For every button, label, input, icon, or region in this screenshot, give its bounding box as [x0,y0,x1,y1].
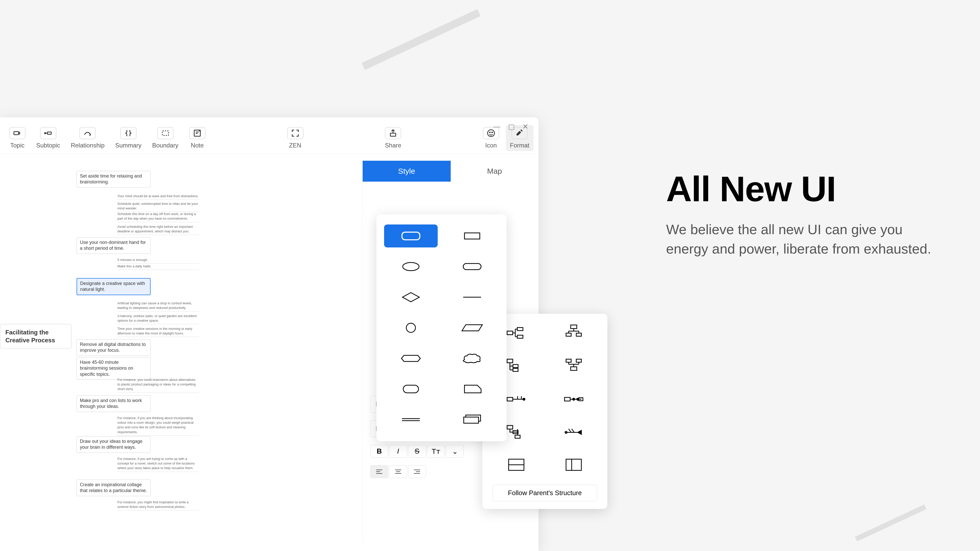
leaf-node[interactable]: Schedule quiet, uninterrupted time to re… [118,202,199,212]
share-icon [385,127,401,139]
shape-rounded-square[interactable] [384,378,438,400]
marketing-body: We believe the all new UI can give you e… [666,220,934,259]
marketing-copy: All New UI We believe the all new UI can… [666,168,934,259]
structure-fishbone[interactable] [550,421,597,444]
shape-stack[interactable] [445,408,499,431]
summary-icon [120,127,137,139]
leaf-node[interactable]: Artificial lighting can cause a drop in … [118,301,199,311]
align-center-button[interactable] [389,465,407,478]
root-topic[interactable]: Facilitating the Creative Process [0,324,72,348]
svg-rect-14 [403,385,418,393]
shape-double-line[interactable] [384,408,438,431]
bold-button[interactable]: B [370,445,388,457]
leaf-node[interactable]: Schedule this time on a day off from wor… [118,212,199,222]
svg-rect-29 [507,397,513,401]
align-right-button[interactable] [408,465,426,478]
structure-org-down[interactable] [550,321,597,345]
subtopic-button[interactable]: Subtopic [32,125,64,151]
svg-rect-31 [565,397,570,401]
note-button[interactable]: Note [185,125,210,151]
shape-underline[interactable] [445,286,499,309]
leaf-node[interactable]: Make this a daily habit. [118,264,199,270]
svg-rect-20 [571,325,577,329]
branch-node[interactable]: Have 45-60 minute brainstorming sessions… [76,357,151,380]
zen-button[interactable]: ZEN [283,125,307,151]
minimize-icon[interactable]: — [493,122,501,131]
shape-rounded-rect[interactable] [384,224,438,248]
svg-rect-35 [507,426,513,429]
close-icon[interactable]: ✕ [522,122,528,131]
decorative-line [362,9,480,70]
branch-node[interactable]: Draw out your ideas to engage your brain… [76,436,151,453]
svg-rect-37 [515,435,520,438]
svg-rect-27 [576,359,581,362]
branch-node[interactable]: Set aside time for relaxing and brainsto… [76,171,151,187]
tab-style[interactable]: Style [363,161,451,182]
branch-node[interactable]: Create an inspirational collage that rel… [76,480,151,496]
shape-capsule[interactable] [445,255,499,278]
svg-rect-26 [566,359,571,362]
svg-rect-2 [48,132,51,135]
tab-map[interactable]: Map [451,161,539,182]
shape-cut-corner[interactable] [445,378,499,400]
share-button[interactable]: Share [381,125,405,151]
textcase-dropdown[interactable]: ⌄ [446,445,464,457]
structure-matrix-rows[interactable] [493,454,540,477]
strikethrough-button[interactable]: S [408,445,426,457]
summary-button[interactable]: Summary [111,125,146,151]
maximize-icon[interactable]: ▢ [508,122,515,131]
svg-rect-22 [576,333,581,336]
svg-point-30 [523,398,525,400]
structure-matrix-cols[interactable] [550,454,597,477]
svg-rect-5 [390,133,396,136]
decorative-line [855,505,926,541]
svg-point-8 [492,132,493,133]
branch-node[interactable]: Remove all digital distractions to impro… [76,339,151,356]
leaf-node[interactable]: Avoid scheduling this time right before … [118,224,199,235]
svg-rect-16 [464,417,479,423]
svg-rect-28 [571,367,577,370]
boundary-button[interactable]: Boundary [148,125,183,151]
branch-node[interactable]: Use your non-dominant hand for a short p… [76,237,151,254]
shape-rect[interactable] [445,224,499,248]
branch-node-selected[interactable]: Designate a creative space with natural … [76,278,151,295]
shape-circle[interactable] [384,316,438,339]
topic-button[interactable]: Topic [5,125,30,151]
zen-icon [287,127,304,139]
leaf-node[interactable]: For instance, if you are trying to come … [118,457,199,472]
shape-hexagon[interactable] [384,347,438,370]
relationship-button[interactable]: Relationship [67,125,108,151]
textcase-button[interactable]: Tᴛ [427,445,445,457]
italic-button[interactable]: I [389,445,407,457]
branch-node[interactable]: Make pro and con lists to work through y… [76,395,151,412]
svg-rect-19 [517,335,523,338]
leaf-node[interactable]: A balcony, outdoor patio, or quiet garde… [118,314,199,324]
mindmap: ! Facilitating the Creative Process Set … [0,161,363,181]
leaf-node[interactable]: 5 minutes is enough. [118,258,199,264]
follow-parent-button[interactable]: Follow Parent's Structure [493,485,597,501]
svg-rect-24 [513,365,518,368]
topic-icon [9,127,25,139]
svg-rect-40 [566,459,581,470]
shape-parallelogram[interactable] [445,316,499,339]
leaf-node[interactable]: For instance, you could brainstorm about… [118,378,199,393]
align-left-button[interactable] [370,465,388,478]
shape-diamond[interactable] [384,286,438,309]
leaf-node[interactable]: Time your creative sessions in the morni… [118,327,199,337]
structure-org-up[interactable] [550,354,597,378]
svg-rect-25 [513,368,518,372]
structure-timeline-dots[interactable] [550,388,597,411]
leaf-node[interactable]: For instance, if you are thinking about … [118,416,199,436]
shape-ellipse[interactable] [384,255,438,278]
note-icon [189,127,205,139]
svg-rect-0 [14,132,19,135]
leaf-node[interactable]: For instance, you might find inspiration… [118,500,199,510]
subtopic-icon [40,127,56,139]
svg-rect-18 [517,327,523,330]
marketing-title: All New UI [666,168,934,210]
svg-rect-12 [463,264,481,270]
canvas[interactable]: ! Facilitating the Creative Process Set … [0,161,363,543]
leaf-node[interactable]: Your mind should be at ease and free fro… [118,194,199,200]
shape-cloud[interactable] [445,347,499,370]
svg-point-13 [406,323,415,332]
